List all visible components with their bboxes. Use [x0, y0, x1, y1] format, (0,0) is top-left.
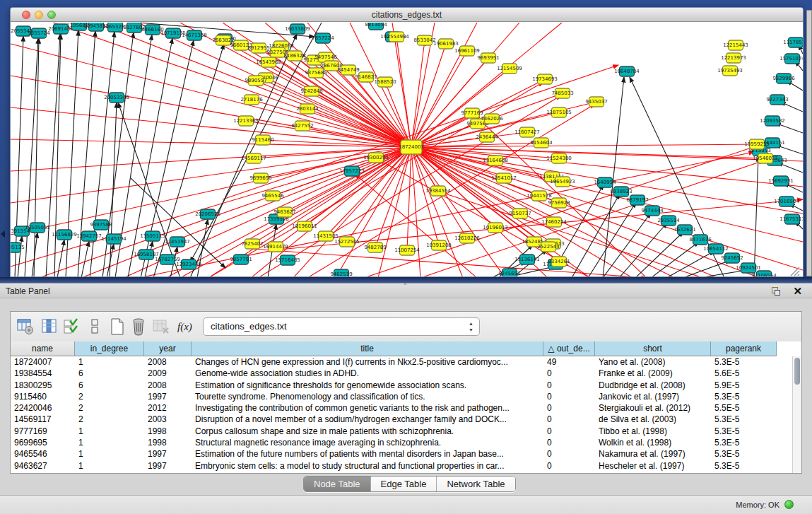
table-cell: 2003 — [144, 414, 192, 425]
table-cell: 5.3E-5 — [711, 391, 777, 402]
node-label: 12213973 — [721, 55, 746, 61]
table-row[interactable]: 946554611997Estimation of the future num… — [11, 448, 792, 460]
table-settings-icon[interactable] — [16, 317, 35, 336]
table-cell: de Silva et al. (2003) — [595, 414, 711, 425]
node-label: 8186328 — [283, 53, 305, 59]
node-label: 9462519 — [330, 271, 352, 277]
table-row[interactable]: 946362711997Embryonic stem cells: a mode… — [11, 460, 792, 472]
node-label: 13164608 — [483, 158, 508, 163]
node-label: 9890557 — [245, 78, 266, 83]
table-row[interactable]: 1456911722003Disruption of a novel membe… — [11, 414, 792, 425]
node-label: 9397588 — [90, 222, 112, 228]
node-label: 9497546 — [314, 54, 337, 60]
node-label: 1588520 — [374, 79, 396, 85]
memory-ok-indicator-icon — [784, 500, 794, 509]
select-all-columns-icon[interactable] — [63, 317, 81, 336]
table-cell: 6 — [75, 368, 144, 379]
table-cell: 9699695 — [11, 437, 75, 448]
table-row[interactable]: 1938455462009Genome-wide association stu… — [11, 368, 792, 379]
function-builder-icon[interactable]: f(x) — [177, 317, 201, 336]
table-cell: 14569117 — [11, 414, 75, 425]
table-cell: 5.3E-5 — [711, 437, 777, 448]
column-header-out_de[interactable]: △ out_de... — [543, 341, 595, 356]
delete-table-icon[interactable] — [152, 317, 170, 336]
node-label: 13942757 — [76, 233, 102, 239]
table-type-segmented-control[interactable]: Node TableEdge TableNetwork Table — [303, 476, 516, 492]
node-label: 9756928 — [548, 200, 570, 206]
delete-columns-icon[interactable] — [129, 317, 148, 336]
node-label: 15716485 — [275, 257, 300, 263]
table-row[interactable]: 911546021997Tourette syndrome. Phenomeno… — [11, 391, 792, 402]
table-cell: 0 — [543, 426, 595, 437]
table-cell: Estimation of the future numbers of pati… — [192, 448, 543, 460]
network-window-titlebar[interactable]: citations_edges.txt — [11, 8, 803, 22]
table-row[interactable]: 2242004622012Investigating the contribut… — [11, 402, 792, 414]
collapsed-side-panel-strip[interactable] — [806, 10, 812, 276]
node-label: 10391208 — [426, 243, 452, 248]
close-panel-icon[interactable]: ✕ — [793, 285, 802, 298]
table-toolbar: f(x) citations_edges.txt ▲▼ — [11, 312, 801, 341]
table-cell: Estimation of significance thresholds fo… — [192, 380, 543, 391]
table-cell: Jankovic et al. (1997) — [595, 391, 711, 402]
table-row[interactable]: 1872400712008Changes of HCN gene express… — [11, 356, 792, 368]
table-cell: 1997 — [144, 448, 192, 460]
float-panel-icon[interactable] — [772, 287, 781, 296]
table-panel-header[interactable]: Table Panel ⌃ ✕ — [0, 283, 812, 298]
node-label: 11875105 — [546, 110, 572, 115]
table-cell: Hescheler et al. (1997) — [595, 460, 711, 472]
node-label: 16033809 — [285, 26, 310, 32]
table-cell: Genome-wide association studies in ADHD. — [192, 368, 543, 379]
node-label: 9150737 — [509, 211, 531, 216]
table-cell: Yano et al. (2008) — [595, 356, 711, 368]
column-header-title[interactable]: title — [192, 341, 543, 356]
node-label: 9693951 — [477, 55, 499, 61]
node-label: 14569117 — [241, 156, 266, 161]
show-columns-icon[interactable] — [40, 317, 59, 336]
table-cell: Disruption of a novel member of a sodium… — [192, 414, 543, 425]
table-cell: Structural magnetic resonance image aver… — [192, 437, 543, 448]
resize-grip-icon[interactable] — [791, 267, 799, 276]
graph-nodes[interactable]: 2055343293557242069140611056829109438321… — [11, 23, 803, 277]
column-header-in_degree[interactable]: in_degree — [75, 341, 144, 356]
node-label: 12215443 — [723, 42, 748, 48]
node-label: 1640954 — [594, 180, 616, 185]
table-cell: Corpus callosum shape and size in male p… — [192, 426, 543, 437]
node-label: 9329966 — [772, 76, 795, 81]
node-label: 9355724 — [28, 30, 50, 36]
node-label: 11007254 — [394, 247, 420, 253]
table-cell: 1998 — [144, 437, 192, 448]
table-cell: Tibbo et al. (1998) — [595, 426, 711, 437]
splitter-handle-icon[interactable]: ⌃ — [403, 283, 408, 289]
tab-node-table[interactable]: Node Table — [304, 477, 371, 492]
table-cell: 5.5E-5 — [711, 402, 777, 414]
table-row[interactable]: 1830029562008Estimation of significance … — [11, 380, 792, 391]
scrollbar-thumb[interactable] — [794, 358, 800, 385]
column-header-year[interactable]: year — [144, 341, 192, 356]
table-cell: 2 — [75, 414, 144, 425]
table-vertical-scrollbar[interactable] — [792, 356, 801, 473]
table-header-row[interactable]: namein_degreeyeartitle△ out_de...shortpa… — [11, 341, 792, 356]
table-rows[interactable]: 1872400712008Changes of HCN gene express… — [11, 356, 792, 472]
table-cell: 1997 — [144, 391, 192, 402]
table-cell: Wolkin et al. (1998) — [595, 437, 711, 448]
table-cell: 19384554 — [11, 368, 75, 379]
network-graph-canvas[interactable]: 2055343293557242069140611056829109438321… — [11, 23, 803, 277]
column-header-pagerank[interactable]: pagerank — [711, 341, 777, 356]
tab-network-table[interactable]: Network Table — [437, 477, 514, 492]
network-view-window[interactable]: citations_edges.txt 20553432935572420691… — [10, 7, 804, 277]
node-label: 15136141 — [514, 257, 540, 262]
new-table-icon[interactable] — [108, 317, 126, 336]
unselect-columns-icon[interactable] — [86, 317, 104, 336]
tab-edge-table[interactable]: Edge Table — [371, 477, 437, 492]
column-header-short[interactable]: short — [595, 341, 711, 356]
column-header-name[interactable]: name — [11, 341, 75, 356]
node-label: 2436444 — [476, 134, 498, 140]
splitter-collapse-arrow-icon[interactable] — [1, 230, 5, 238]
node-label: 10546033 — [753, 156, 778, 161]
table-selector-dropdown[interactable]: citations_edges.txt ▲▼ — [203, 317, 480, 336]
attribute-table[interactable]: namein_degreeyeartitle△ out_de...shortpa… — [11, 341, 801, 473]
table-row[interactable]: 977716911998Corpus callosum shape and si… — [11, 426, 792, 437]
table-row[interactable]: 969969511998Structural magnetic resonanc… — [11, 437, 792, 448]
node-label: 15959255 — [744, 141, 770, 147]
node-label: 8454749 — [337, 67, 359, 73]
